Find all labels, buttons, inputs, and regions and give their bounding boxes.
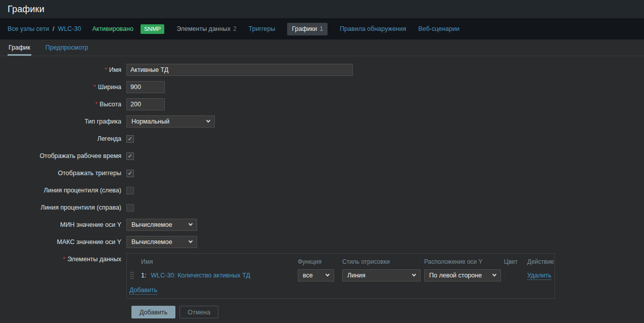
breadcrumb-all-hosts-link[interactable]: Все узлы сети [8, 25, 49, 32]
item-color-cell [504, 272, 527, 279]
y-min-select[interactable]: Вычисляемое [126, 219, 197, 231]
y-max-select[interactable]: Вычисляемое [126, 236, 197, 248]
item-function-cell: все [298, 269, 342, 281]
host-status-enabled: Активировано [92, 25, 133, 32]
column-header-draw-style: Стиль отрисовки [342, 258, 424, 265]
form-row-show-triggers: Отображать триггеры [0, 167, 644, 179]
nav-item-graphs-count: 1 [319, 25, 323, 32]
cancel-button[interactable]: Отмена [179, 306, 218, 318]
column-header-action: Действие [527, 258, 555, 265]
chevron-down-icon [326, 272, 330, 276]
nav-item-data-items-label: Элементы данных [176, 25, 231, 32]
nav-item-triggers[interactable]: Триггеры [249, 25, 275, 32]
form-row-width: *Ширина [0, 81, 644, 93]
form-row-y-max: МАКС значение оси Y Вычисляемое [0, 236, 644, 248]
item-y-axis-side-cell: По левой стороне [424, 269, 504, 281]
item-draw-style-value: Линия [347, 272, 365, 279]
percentile-right-label: Линия процентиля (справа) [0, 204, 126, 211]
nav-item-graphs-active[interactable]: Графики1 [287, 23, 328, 35]
data-items-table: Имя Функция Стиль отрисовки Расположение… [126, 253, 555, 299]
tab-graph[interactable]: График [8, 39, 31, 56]
item-name-cell: 1:WLC-30: Количество активных ТД [141, 272, 298, 279]
item-function-value: все [303, 272, 313, 279]
breadcrumb-separator: / [53, 25, 54, 32]
snmp-availability-badge: SNMP [141, 24, 164, 34]
page-title: Графики [8, 4, 44, 15]
chevron-down-icon [189, 222, 193, 226]
width-label: *Ширина [0, 84, 126, 91]
nav-item-web-scenarios[interactable]: Веб-сценарии [419, 25, 459, 32]
table-add-row: Добавить [129, 287, 555, 294]
add-item-link[interactable]: Добавить [129, 287, 157, 295]
item-function-select[interactable]: все [298, 269, 334, 281]
column-header-y-axis-side: Расположение оси Y [424, 258, 504, 265]
y-min-value: Вычисляемое [131, 221, 172, 228]
item-draw-style-cell: Линия [342, 269, 424, 281]
legend-checkbox[interactable] [126, 135, 134, 143]
item-action-cell: Удалить [527, 272, 555, 279]
height-label: *Высота [0, 101, 126, 108]
percentile-right-checkbox[interactable] [126, 204, 134, 212]
item-remove-link[interactable]: Удалить [527, 272, 551, 280]
item-name-link[interactable]: WLC-30: Количество активных ТД [151, 272, 250, 279]
form-row-graph-type: Тип графика Нормальный [0, 115, 644, 128]
drag-handle-icon[interactable] [130, 271, 134, 279]
form-row-percentile-left: Линия процентиля (слева) [0, 184, 644, 196]
item-draw-style-select[interactable]: Линия [342, 269, 421, 281]
item-y-axis-side-select[interactable]: По левой стороне [424, 269, 501, 281]
nav-item-graphs-label: Графики [292, 25, 317, 32]
required-marker: * [94, 84, 96, 91]
title-bar: Графики [0, 0, 644, 18]
form-row-name: *Имя [0, 64, 644, 76]
chevron-down-icon [206, 118, 210, 123]
item-row-number: 1: [141, 272, 146, 279]
legend-label: Легенда [0, 135, 126, 142]
required-marker: * [95, 101, 98, 108]
form-row-data-items: *Элементы данных Имя Функция Стиль отрис… [0, 253, 644, 299]
chevron-down-icon [412, 272, 416, 276]
column-header-color: Цвет [504, 258, 527, 265]
working-time-label: Отображать рабочее время [0, 152, 126, 159]
working-time-checkbox[interactable] [126, 152, 134, 160]
nav-item-data-items-count: 2 [233, 25, 237, 32]
show-triggers-label: Отображать триггеры [0, 170, 126, 177]
show-triggers-checkbox[interactable] [126, 170, 134, 177]
column-header-name: Имя [141, 258, 298, 265]
form-row-height: *Высота [0, 98, 644, 110]
required-marker: * [63, 256, 66, 263]
percentile-left-checkbox[interactable] [126, 187, 134, 194]
nav-item-data-items[interactable]: Элементы данных2 [176, 25, 237, 32]
add-graph-button[interactable]: Добавить [131, 306, 175, 318]
host-navigation-bar: Все узлы сети / WLC-30 Активировано SNMP… [0, 18, 644, 39]
form-row-legend: Легенда [0, 133, 644, 145]
column-header-function: Функция [298, 258, 342, 265]
data-items-label: *Элементы данных [0, 253, 126, 263]
tab-preview[interactable]: Предпросмотр [44, 39, 89, 56]
height-input[interactable] [126, 98, 165, 110]
y-max-label: МАКС значение оси Y [0, 238, 126, 246]
data-items-table-header: Имя Функция Стиль отрисовки Расположение… [129, 256, 555, 267]
nav-item-discovery-rules[interactable]: Правила обнаружения [340, 25, 406, 32]
breadcrumb-host-link[interactable]: WLC-30 [58, 25, 81, 32]
form-footer: Добавить Отмена [131, 306, 644, 318]
chevron-down-icon [492, 272, 496, 276]
percentile-left-label: Линия процентиля (слева) [0, 187, 126, 194]
item-color-picker[interactable] [504, 271, 505, 279]
form-row-working-time: Отображать рабочее время [0, 150, 644, 162]
name-label: *Имя [0, 66, 126, 73]
required-marker: * [105, 66, 107, 73]
form-row-percentile-right: Линия процентиля (справа) [0, 201, 644, 214]
table-row: 1:WLC-30: Количество активных ТД все Лин… [129, 269, 555, 281]
y-max-value: Вычисляемое [131, 238, 172, 246]
graph-type-select[interactable]: Нормальный [126, 115, 215, 128]
form-row-y-min: МИН значение оси Y Вычисляемое [0, 219, 644, 231]
item-y-axis-side-value: По левой стороне [429, 272, 482, 279]
y-min-label: МИН значение оси Y [0, 221, 126, 228]
chevron-down-icon [189, 239, 193, 243]
name-input[interactable] [126, 64, 353, 76]
graph-type-value: Нормальный [131, 118, 169, 125]
graph-form: *Имя *Ширина *Высота Тип графика Нормаль… [0, 56, 644, 323]
graph-type-label: Тип графика [0, 118, 126, 125]
width-input[interactable] [126, 81, 165, 93]
tab-bar: График Предпросмотр [0, 39, 644, 56]
